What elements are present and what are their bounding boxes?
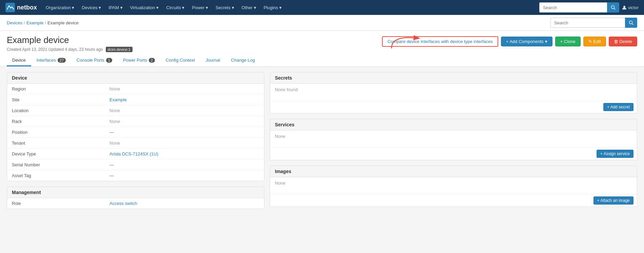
attach-image-button[interactable]: + Attach an image [593,196,633,205]
table-row: Site Example [7,94,264,105]
serial-number-label: Serial Number [7,160,105,170]
region-label: Region [7,84,105,94]
top-navigation: netbox Organization ▾ Devices ▾ IPAM ▾ V… [0,0,644,15]
nav-search-input[interactable] [539,2,607,13]
page-header: Example device Created April 13, 2021 Up… [0,31,644,67]
tab-change-log[interactable]: Change Log [225,55,260,66]
tab-journal[interactable]: Journal [200,55,226,66]
main-content: Device Region None Site Example Locati [0,67,644,220]
position-label: Position [7,127,105,138]
page-title: Example device [7,35,133,45]
delete-button[interactable]: 🗑 Delete [609,37,637,46]
images-body: None [270,177,637,194]
nav-devices[interactable]: Devices ▾ [78,3,104,12]
management-detail-table: Role Access switch [7,198,264,209]
management-card-body: Role Access switch [7,198,264,209]
images-none-text: None [275,181,285,186]
table-row: Tenant None [7,138,264,149]
breadcrumb-search-input[interactable] [550,18,625,28]
table-row: Location None [7,105,264,116]
svg-line-2 [614,8,615,10]
svg-line-5 [632,24,633,25]
site-value[interactable]: Example [109,97,127,102]
table-row: Device Type Arista DCS-7124SX (1U) [7,149,264,160]
tab-config-context[interactable]: Config Context [160,55,200,66]
tab-config-context-label: Config Context [166,58,195,63]
nav-right: victor [539,2,639,13]
tab-console-ports[interactable]: Console Ports 1 [71,55,118,66]
table-row: Region None [7,84,264,94]
logo[interactable]: netbox [5,3,37,12]
images-card: Images None + Attach an image [270,166,637,207]
role-label: Role [7,198,105,209]
user-menu[interactable]: victor [622,5,639,10]
assign-service-button[interactable]: + Assign service [597,150,633,158]
add-components-label: + Add Components [506,39,544,44]
role-value[interactable]: Access switch [109,201,137,206]
nav-search [539,2,619,13]
page-badge: dcim.device:1 [106,47,133,52]
asset-tag-value: — [109,173,114,178]
tab-device[interactable]: Device [7,55,31,66]
secrets-footer: + Add secret [270,101,637,113]
breadcrumb-devices[interactable]: Devices [7,20,22,25]
nav-search-button[interactable] [607,2,619,13]
breadcrumb-search [550,18,637,28]
asset-tag-label: Asset Tag [7,170,105,181]
device-type-value[interactable]: Arista DCS-7124SX (1U) [109,151,158,156]
secrets-none-text: None found [275,87,298,92]
add-secret-button[interactable]: + Add secret [603,103,633,111]
nav-circuits[interactable]: Circuits ▾ [163,3,188,12]
breadcrumb: Devices / Example / Example device [7,20,79,25]
services-none-text: None [275,134,285,139]
right-column: Secrets None found + Add secret Services… [270,72,637,214]
tenant-label: Tenant [7,138,105,149]
region-value: None [109,86,120,91]
nav-virtualization[interactable]: Virtualization ▾ [127,3,162,12]
site-label: Site [7,94,105,105]
services-footer: + Assign service [270,147,637,160]
add-components-button[interactable]: + Add Components ▾ [501,37,552,46]
edit-button[interactable]: ✎ Edit [583,37,606,46]
location-label: Location [7,105,105,116]
management-card: Management Role Access switch [7,187,264,209]
tab-interfaces[interactable]: Interfaces 27 [31,55,71,66]
nav-organization[interactable]: Organization ▾ [42,3,78,12]
tab-power-ports[interactable]: Power Ports 2 [118,55,160,66]
images-footer: + Attach an image [270,194,637,207]
table-row: Role Access switch [7,198,264,209]
clone-button[interactable]: + Clone [555,37,581,46]
page-meta: Created April 13, 2021 Updated 4 days, 2… [7,47,133,52]
secrets-card: Secrets None found + Add secret [270,72,637,113]
tab-interfaces-label: Interfaces [37,58,56,63]
tab-power-ports-badge: 2 [149,58,155,63]
nav-power[interactable]: Power ▾ [188,3,211,12]
services-header: Services [270,119,637,130]
table-row: Position — [7,127,264,138]
table-row: Rack None [7,116,264,127]
tab-console-ports-label: Console Ports [77,58,104,63]
username: victor [628,5,639,10]
tabs: Device Interfaces 27 Console Ports 1 Pow… [7,55,637,66]
device-card: Device Region None Site Example Locati [7,72,264,181]
images-header: Images [270,166,637,177]
nav-secrets[interactable]: Secrets ▾ [212,3,238,12]
device-detail-table: Region None Site Example Location None [7,84,264,181]
breadcrumb-current: Example device [47,20,79,25]
table-row: Serial Number — [7,160,264,170]
position-value: — [109,130,114,135]
nav-ipam[interactable]: IPAM ▾ [105,3,126,12]
compare-interfaces-button[interactable]: Compare device interfaces with device ty… [382,36,498,47]
nav-other[interactable]: Other ▾ [238,3,260,12]
breadcrumb-search-button[interactable] [625,18,637,28]
breadcrumb-bar: Devices / Example / Example device [0,15,644,31]
nav-plugins[interactable]: Plugins ▾ [260,3,285,12]
management-card-header: Management [7,187,264,198]
add-components-caret: ▾ [545,39,547,44]
breadcrumb-example[interactable]: Example [26,20,44,25]
serial-number-value: — [109,162,114,167]
tab-device-label: Device [12,58,26,63]
tenant-value: None [109,141,120,146]
rack-label: Rack [7,116,105,127]
tab-console-ports-badge: 1 [106,58,112,63]
